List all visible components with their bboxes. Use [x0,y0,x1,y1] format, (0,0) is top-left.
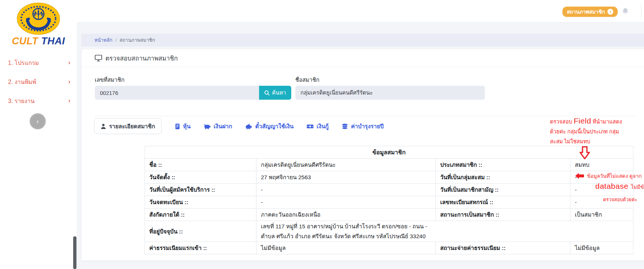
table-title: ข้อมูลสมาชิก [145,146,633,159]
tab-deposits[interactable]: เงินฝาก [204,122,232,131]
address-line-1: เลขที่ 117 หมู่ที่ 15 อาคาร/หมู่บ้าน บ้า… [261,221,629,231]
chevron-left-icon: ‹ [37,118,39,125]
tab-annual-fee[interactable]: ค่าบำรุงรายปี [342,122,383,131]
share-certificate-icon [175,124,180,129]
table-row: สังกัดภายใต้ :: ภาคตะวันออกเฉียงเหนือ สถ… [145,209,633,221]
sidebar-item-label: 2. งานพิมพ์ [8,77,36,86]
fee-row: ค่าธรรมเนียมแรกเข้า :: ไม่มีข้อมูล สถานะ… [145,242,633,254]
row-value: ไม่มีข้อมูล [570,242,633,254]
topbar-divider [641,4,641,19]
address-value: เลขที่ 117 หมู่ที่ 15 อาคาร/หมู่บ้าน บ้า… [257,221,633,242]
member-status-badge-label: สถานภาพสมาชิก [567,8,605,16]
tab-label: ตั๋วสัญญาใช้เงิน [255,122,293,131]
tab-label: ค่าบำรุงรายปี [351,122,383,131]
monitor-icon [95,55,102,62]
breadcrumb-current: สถานภาพสมาชิก [120,36,155,44]
annotation-check-field: ตรวจสอบ Field ที่นำมาแสดง ด้วยค่ะ กลุ่มน… [550,116,644,147]
piggy-bank-icon [204,124,211,129]
member-name-label: ชื่อสมาชิก [295,75,319,84]
row-label: วันที่เป็นผู้สมัครใช้บริการ :: [145,184,257,196]
tab-label: รายละเอียดสมาชิก [109,122,155,131]
row-value: กลุ่มเครดิตยูเนี่ยนคนดีศรีรัตนะ [257,159,436,171]
red-left-arrow-icon [575,173,584,179]
sidebar-menu: 1. โปรแกรม › 2. งานพิมพ์ › 3. รายงาน › [0,48,77,106]
annotation-text: ข้อมูลวันที่ไม่แสดง ดูจาก [587,172,642,180]
brand-wordmark: CULT THAI [0,36,77,47]
sidebar-item-label: 3. รายงาน [8,96,34,106]
annotation-database-word: database [595,182,628,191]
tab-label: หุ้น [183,122,191,131]
table-row: ชื่อ :: กลุ่มเครดิตยูเนี่ยนคนดีศรีรัตนะ … [145,159,633,171]
promissory-note-icon [245,124,252,129]
row-label: ที่อยู่ปัจจุบัน :: [145,221,257,242]
sidebar-collapse-button[interactable]: ‹ [30,113,46,129]
breadcrumb-home-link[interactable]: หน้าหลัก [94,36,112,44]
chevron-right-icon: › [68,59,70,66]
annotation-line-1: ตรวจสอบ Field ที่นำมาแสดง [550,116,644,127]
sidebar-scrollbar[interactable] [73,236,76,269]
row-value: 27 พฤศจิกายน 2563 [257,171,436,184]
annotation-line-2: ด้วยค่ะ กลุ่มนี้เป็นประเภท กลุ่ม [550,127,644,137]
row-value: ไม่มีข้อมูล [257,242,436,254]
row-value: - [257,196,436,209]
row-value: ภาคตะวันออกเฉียงเหนือ [257,209,436,221]
tab-promissory-notes[interactable]: ตั๋วสัญญาใช้เงิน [245,122,293,131]
panel-header: ตรวจสอบสถานภาพสมาชิก [82,49,644,67]
person-icon [101,124,106,129]
sidebar: CULT THAI 1. โปรแกรม › 2. งานพิมพ์ › 3. … [0,0,77,269]
table-row: วันจัดตั้ง :: 27 พฤศจิกายน 2563 วันที่เป… [145,171,633,184]
tab-label: เงินกู้ [317,122,329,131]
row-value: เป็นสมาชิก [570,209,633,221]
coins-icon [342,124,348,129]
row-label: ประเภทสมาชิก :: [436,159,570,171]
tab-member-details[interactable]: รายละเอียดสมาชิก [94,118,162,134]
breadcrumb-separator: / [115,37,117,43]
address-row: ที่อยู่ปัจจุบัน :: เลขที่ 117 หมู่ที่ 15… [145,221,633,242]
search-button[interactable]: ค้นหา [259,86,291,100]
breadcrumb: หน้าหลัก / สถานภาพสมาชิก [81,34,644,47]
annotation-text: ไม่มีข้อมูล [631,183,644,191]
chevron-right-icon: › [68,78,70,85]
address-line-2: ตำบล ศรีแก้ว อำเภอ ศรีรัตนะ จังหวัด ศรีส… [261,231,629,241]
banknote-icon [307,124,314,129]
row-value: - [257,184,436,196]
row-label: สังกัดภายใต้ :: [145,209,257,221]
notifications-bell-icon[interactable] [621,7,629,15]
search-icon [264,90,270,96]
row-label: วันที่เป็นสมาชิกสามัญ :: [436,184,570,196]
tab-loans[interactable]: เงินกู้ [307,122,329,131]
brand-cult: CULT [12,36,38,47]
row-label: วันที่เป็นกลุ่มสะสม :: [436,171,570,184]
chevron-right-icon: › [68,97,70,104]
row-label: ชื่อ :: [145,159,257,171]
tab-label: เงินฝาก [214,122,232,131]
row-label: วันจดทะเบียน :: [145,196,257,209]
row-label: สถานะการเป็นสมาชิก :: [436,209,570,221]
detail-tabs: รายละเอียดสมาชิก หุ้น เงินฝาก [90,119,384,133]
brand-thai: THAI [41,36,65,47]
member-no-label: เลขที่สมาชิก [95,75,124,84]
red-down-arrow-icon [580,146,590,161]
sidebar-item-reports[interactable]: 3. รายงาน › [0,96,77,106]
member-name-input[interactable] [295,86,485,100]
member-status-badge[interactable]: สถานภาพสมาชิก i [562,7,618,17]
search-button-label: ค้นหา [272,88,286,97]
tab-shares[interactable]: หุ้น [175,122,191,131]
row-label: เลขทะเบียนสหกรณ์ :: [436,196,570,209]
member-no-input[interactable] [95,86,259,100]
row-label: วันจัดตั้ง :: [145,171,257,184]
sidebar-item-programs[interactable]: 1. โปรแกรม › [0,58,77,67]
panel-title: ตรวจสอบสถานภาพสมาชิก [105,53,178,63]
table-row: วันที่เป็นผู้สมัครใช้บริการ :: - วันที่เ… [145,184,633,196]
member-info-table: ข้อมูลสมาชิก ชื่อ :: กลุ่มเครดิตยูเนี่ยน… [145,146,633,254]
table-title-row: ข้อมูลสมาชิก [145,146,633,159]
info-icon: i [607,9,613,15]
annotation-field-word: Field [574,117,591,125]
table-row: วันจดทะเบียน :: - เลขทะเบียนสหกรณ์ :: - [145,196,633,209]
row-label: สถานะจ่ายค่าธรรมเนียม :: [436,242,570,254]
annotation-text: ตรวจสอบด้วยค่ะ [603,196,637,203]
row-label: ค่าธรรมเนียมแรกเข้า :: [145,242,257,254]
sidebar-item-print-jobs[interactable]: 2. งานพิมพ์ › [0,77,77,86]
cult-thai-logo [0,2,77,37]
top-bar: สถานภาพสมาชิก i [0,0,644,22]
